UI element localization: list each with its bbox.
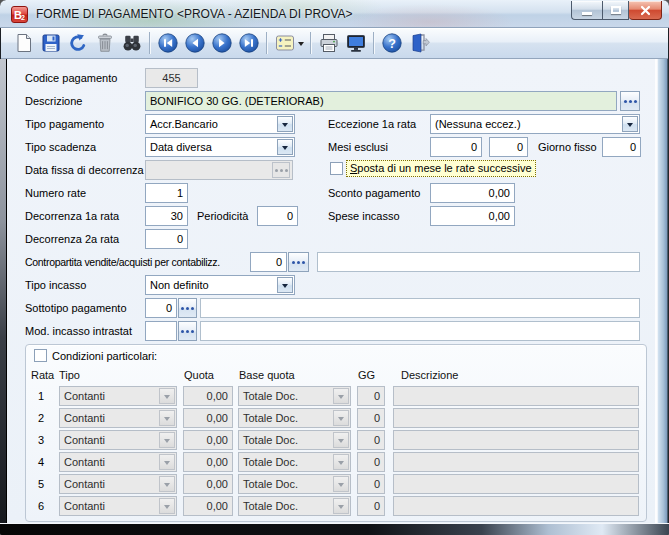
decorrenza-2a-field[interactable]: 0 (145, 229, 188, 249)
decorrenza-1a-label: Decorrenza 1a rata (25, 210, 119, 222)
help-button[interactable]: ? (378, 30, 405, 57)
trash-icon (94, 32, 116, 54)
new-record-button[interactable] (10, 30, 37, 57)
header-rata: Rata (31, 369, 54, 381)
descrizione-riga-field (393, 474, 639, 494)
spese-incasso-field[interactable]: 0,00 (430, 206, 515, 226)
chevron-down-icon (338, 417, 344, 424)
mesi-esclusi-label: Mesi esclusi (328, 141, 388, 153)
condizioni-particolari-groupbox: Condizioni particolari: Rata Tipo Quota … (25, 344, 647, 522)
exit-button[interactable] (405, 30, 432, 57)
codice-pagamento-label: Codice pagamento (25, 72, 117, 84)
chevron-down-icon (164, 439, 170, 446)
contropartita-lookup-button[interactable] (288, 252, 309, 272)
tipo-select-disabled: Contanti (59, 408, 177, 428)
sposta-mese-checkbox[interactable] (330, 162, 343, 175)
tipo-dropdown-button (159, 432, 175, 448)
print-preview-button[interactable] (342, 30, 369, 57)
mod-incasso-lookup-button[interactable] (178, 321, 197, 341)
tipo-value: Contanti (64, 390, 105, 402)
close-button[interactable] (629, 1, 662, 20)
tipo-select-disabled: Contanti (59, 452, 177, 472)
window-frame-bottom (0, 523, 669, 535)
minimize-button[interactable] (571, 1, 602, 20)
nav-last-icon (238, 32, 260, 54)
descrizione-riga-field (393, 386, 639, 406)
monitor-icon (345, 32, 367, 54)
first-record-button[interactable] (154, 30, 181, 57)
giorno-fisso-field[interactable]: 0 (602, 137, 641, 157)
save-button[interactable] (37, 30, 64, 57)
chevron-down-icon (164, 505, 170, 512)
header-base-quota: Base quota (239, 369, 295, 381)
search-button[interactable] (118, 30, 145, 57)
base-quota-value: Totale Doc. (243, 478, 298, 490)
tipo-pagamento-label: Tipo pagamento (25, 118, 104, 130)
tipo-incasso-select[interactable]: Non definito (145, 275, 295, 295)
window-title: FORME DI PAGAMENTO <PROVA - AZIENDA DI P… (36, 7, 353, 21)
base-quota-value: Totale Doc. (243, 456, 298, 468)
list-dropdown-icon[interactable] (298, 42, 304, 49)
chevron-down-icon (282, 284, 288, 291)
eccezione-dropdown-button[interactable] (622, 116, 638, 132)
chevron-down-icon (164, 483, 170, 490)
contropartita-field[interactable]: 0 (250, 252, 287, 272)
header-gg: GG (358, 369, 375, 381)
maximize-button[interactable] (602, 1, 629, 20)
eccezione-1a-rata-select[interactable]: (Nessuna eccez.) (430, 114, 640, 134)
periodicita-field[interactable]: 0 (257, 206, 298, 226)
sconto-pagamento-field[interactable]: 0,00 (430, 183, 515, 203)
tipo-pagamento-dropdown-button[interactable] (277, 116, 293, 132)
base-quota-select-disabled: Totale Doc. (238, 496, 351, 516)
sottotipo-pagamento-label: Sottotipo pagamento (25, 302, 127, 314)
numero-rate-field[interactable]: 1 (145, 183, 188, 203)
delete-button[interactable] (91, 30, 118, 57)
new-document-icon (13, 32, 35, 54)
previous-record-button[interactable] (181, 30, 208, 57)
condizioni-particolari-checkbox[interactable] (34, 349, 47, 362)
codice-pagamento-field: 455 (145, 68, 198, 88)
nav-previous-icon (184, 32, 206, 54)
descrizione-lookup-button[interactable] (620, 91, 640, 111)
tipo-pagamento-select[interactable]: Accr.Bancario (145, 114, 295, 134)
undo-button[interactable] (64, 30, 91, 57)
rata-number: 6 (31, 500, 51, 512)
tipo-scadenza-dropdown-button[interactable] (277, 139, 293, 155)
mesi-esclusi-field-2[interactable]: 0 (489, 137, 528, 157)
toolbar-separator (310, 32, 311, 54)
descrizione-field[interactable]: BONIFICO 30 GG. (DETERIORAB) (145, 91, 617, 111)
record-list-button[interactable] (271, 30, 298, 57)
descrizione-riga-field (393, 452, 639, 472)
eccezione-1a-rata-value: (Nessuna eccez.) (435, 118, 521, 130)
base-quota-dropdown-button (333, 410, 349, 426)
tipo-incasso-value: Non definito (150, 279, 209, 291)
tipo-scadenza-label: Tipo scadenza (25, 141, 96, 153)
tipo-dropdown-button (159, 476, 175, 492)
decorrenza-1a-field[interactable]: 30 (145, 206, 188, 226)
next-record-button[interactable] (208, 30, 235, 57)
base-quota-value: Totale Doc. (243, 412, 298, 424)
sottotipo-pagamento-field[interactable]: 0 (145, 298, 177, 318)
tipo-incasso-dropdown-button[interactable] (277, 277, 293, 293)
print-button[interactable] (315, 30, 342, 57)
sposta-mese-label[interactable]: Sposta di un mese le rate successive (346, 160, 536, 177)
eccezione-1a-rata-label: Eccezione 1a rata (328, 118, 416, 130)
mod-incasso-intrastat-field[interactable] (145, 321, 177, 341)
tipo-scadenza-select[interactable]: Data diversa (145, 137, 295, 157)
last-record-button[interactable] (235, 30, 262, 57)
mesi-esclusi-field-1[interactable]: 0 (430, 137, 482, 157)
app-icon-subscript: 2 (21, 14, 25, 21)
window-frame-right (655, 59, 669, 523)
rata-number: 3 (31, 434, 51, 446)
chevron-down-icon (627, 123, 633, 130)
base-quota-select-disabled: Totale Doc. (238, 430, 351, 450)
printer-icon (318, 32, 340, 54)
base-quota-dropdown-button (333, 476, 349, 492)
quota-field: 0,00 (183, 430, 233, 450)
close-icon (640, 5, 651, 16)
quota-field: 0,00 (183, 386, 233, 406)
sottotipo-lookup-button[interactable] (178, 298, 197, 318)
tipo-dropdown-button (159, 498, 175, 514)
contropartita-label: Contropartita vendite/acquisti per conta… (25, 256, 220, 268)
periodicita-label: Periodicità (197, 210, 248, 222)
